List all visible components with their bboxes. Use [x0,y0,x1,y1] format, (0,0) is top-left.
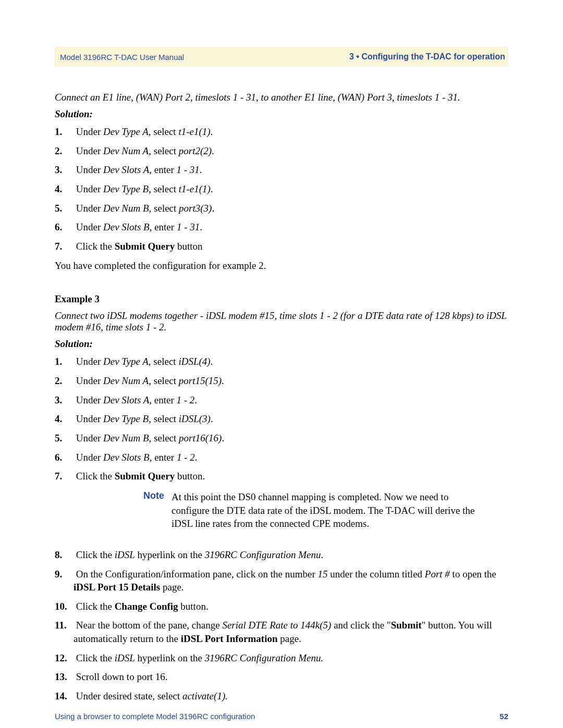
em: activate(1). [182,690,228,701]
example3-steps-b: Click the iDSL hyperlink on the 3196RC C… [55,548,508,703]
em: Dev Num A [103,375,149,386]
em: 3196RC Configuration Menu. [205,652,323,663]
step: Click the Submit Query button [55,240,508,253]
em: iDSL(4) [178,356,210,367]
em: Dev Num A [103,145,149,156]
step: Under desired state, select activate(1). [55,689,508,703]
note-label: Note [128,490,172,530]
text: . [211,356,213,367]
step: Near the bottom of the pane, change Seri… [55,619,508,645]
text: button [175,241,202,252]
text: Near the bottom of the pane, change [76,620,223,631]
em: Port # [425,569,450,579]
text: button. [178,601,209,612]
text: Under [76,183,103,194]
example2-intro: Connect an E1 line, (WAN) Port 2, timesl… [55,92,508,103]
bold: iDSL Port 15 Details [74,582,160,593]
step: Under Dev Type B, select iDSL(3). [55,412,508,426]
note-text: At this point the DS0 channel mapping is… [172,490,508,530]
note: Note At this point the DS0 channel mappi… [55,490,508,530]
text: , select [149,375,179,386]
text: , select [149,356,179,367]
text: hyperlink on the [135,549,205,560]
page-header: Model 3196RC T-DAC User Manual 3 • Confi… [55,47,508,67]
em: Dev Slots B [103,452,150,463]
em: Dev Type A [103,356,149,367]
step: Under Dev Slots A, enter 1 - 31. [55,163,508,177]
text: page. [278,633,301,644]
step: Click the Change Config button. [55,600,508,613]
text: Click the [76,601,115,612]
step: Under Dev Type A, select t1-e1(1). [55,125,508,139]
em: port16(16) [179,433,222,443]
example3-title: Example 3 [55,293,508,305]
text: Click the [76,471,115,482]
em: Dev Type A [103,126,149,137]
example2-solution-label: Solution: [55,108,508,120]
step: Under Dev Slots B, enter 1 - 31. [55,220,508,234]
text: Under [76,145,103,156]
em: Serial DTE Rate to 144k(5) [222,620,331,631]
em: Dev Num B [103,203,149,214]
em: 1 - 31 [177,164,200,175]
step: Under Dev Num A, select port2(2). [55,144,508,158]
step: Under Dev Num B, select port16(16). [55,431,508,445]
bold: Submit Query [115,241,175,252]
text: Under [76,375,103,386]
step: On the Configuration/information pane, c… [55,567,508,594]
em: 1 - 2 [177,452,195,463]
footer-left: Using a browser to complete Model 3196RC… [55,712,255,721]
text: , enter [149,164,176,175]
text: . [212,203,214,214]
example3-steps-a: Under Dev Type A, select iDSL(4). Under … [55,355,508,483]
text: . [194,394,197,405]
em: Dev Num B [103,433,149,443]
text: Under [76,356,103,367]
bold: Change Config [115,601,178,612]
step: Scroll down to port 16. [55,670,508,684]
document-page: Model 3196RC T-DAC User Manual 3 • Confi… [0,0,563,728]
text: Under [76,452,103,463]
text: Under [76,126,103,137]
step: Under Dev Slots A, enter 1 - 2. [55,393,508,407]
header-right: 3 • Configuring the T-DAC for operation [349,52,505,61]
text: . [195,452,198,463]
text: . [200,221,202,232]
em: 1 - 2 [177,394,195,405]
em: t1-e1(1) [178,126,210,137]
text: On the Configuration/information pane, c… [76,569,318,579]
text: . [211,413,213,424]
text: . [200,164,202,175]
text: , enter [149,394,176,405]
text: Click the [76,241,115,252]
em: iDSL [115,652,135,663]
text: to open the [450,569,496,579]
text: Under [76,164,103,175]
step: Click the iDSL hyperlink on the 3196RC C… [55,651,508,665]
text: Under [76,203,103,214]
em: iDSL(3) [179,413,211,424]
text: Under [76,394,103,405]
page-footer: Using a browser to complete Model 3196RC… [55,712,508,721]
text: . [321,549,323,560]
text: . [222,375,224,386]
example2-completed: You have completed the configuration for… [55,260,508,272]
text: Click the [76,652,115,663]
text: . [222,433,224,443]
text: and click the " [331,620,390,631]
em: 1 - 31 [177,221,200,232]
bold: iDSL Port Information [181,633,278,644]
example3-intro: Connect two iDSL modems together - iDSL … [55,310,508,333]
em: iDSL [115,549,135,560]
text: Click the [76,549,115,560]
em: port15(15) [179,375,222,386]
em: 15 [318,569,328,579]
step: Click the iDSL hyperlink on the 3196RC C… [55,548,508,562]
text: , select [149,126,179,137]
bold: Submit Query [115,471,175,482]
text: , select [149,433,179,443]
text: hyperlink on the [135,652,205,663]
text: , select [149,145,179,156]
text: Under [76,413,103,424]
step: Under Dev Type B, select t1-e1(1). [55,182,508,196]
